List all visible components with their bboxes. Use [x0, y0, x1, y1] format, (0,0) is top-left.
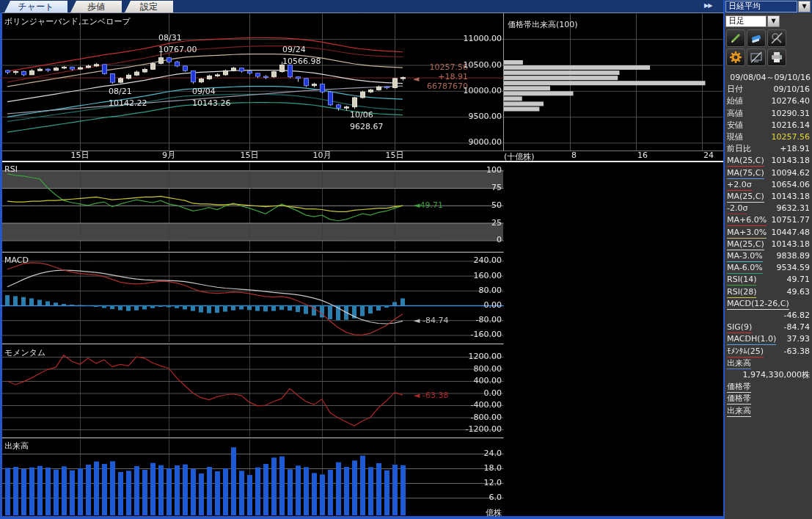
sidebar-row: +2.0σ10654.06	[725, 179, 812, 191]
timeframe-select[interactable]: 日足	[725, 15, 767, 27]
volume-panel-title: 出来高	[4, 440, 29, 451]
sidebar-row-label[interactable]: 出来高	[727, 405, 751, 417]
timeframe-select-arrow-icon[interactable]: ▼	[767, 15, 780, 27]
tab-quotes[interactable]: 歩値	[70, 1, 122, 12]
tab-chart[interactable]: チャート	[4, 1, 67, 12]
momentum-y-tick-label: 0.00	[443, 389, 502, 398]
momentum-y-tick-label: -800.00	[443, 413, 502, 422]
sidebar-row-label[interactable]: MA+6.0%	[727, 214, 767, 226]
sidebar-row-label[interactable]: MA+3.0%	[727, 227, 767, 239]
sidebar-row: 高値10290.31	[725, 108, 812, 120]
sidebar-row: 始値10276.40	[725, 95, 812, 107]
sidebar-row-label[interactable]: MA(25,C)	[727, 155, 764, 167]
sidebar-row-label: 始値	[727, 95, 743, 106]
macd-panel-title: MACD	[4, 255, 29, 265]
price-x-tick-label: 15日	[373, 151, 417, 160]
sidebar-row-label[interactable]: ﾓﾒﾝﾀﾑ(25)	[727, 346, 764, 358]
sidebar-row-value: 49.63	[787, 286, 811, 297]
vbp-x-tick-label: 16	[637, 151, 648, 160]
rsi-y-tick-label: 75	[443, 184, 502, 192]
tab-overflow-icon[interactable]: ▶▶	[704, 2, 712, 9]
sidebar-date-range: 09/08/04～09/10/16	[725, 72, 812, 84]
sidebar-row-label[interactable]: MA(25,C)	[727, 191, 764, 203]
sidebar-row: MA(25,C)10143.18	[725, 155, 812, 167]
rsi-value-marker: ◄49.71	[414, 201, 443, 210]
volume-y-tick-label: 6.0	[443, 493, 502, 502]
sidebar-row-label[interactable]: 価格帯	[727, 393, 751, 404]
chart-application-window: チャート 歩値 設定 ▶▶ ボリンジャーバンド,エンベロープ 価格帯出来高(10…	[0, 0, 812, 519]
sidebar-row: RSI(14)49.71	[725, 274, 812, 286]
zoom-disabled-tool-button[interactable]	[767, 29, 786, 47]
chart-annotation-date: 09/24	[282, 46, 306, 54]
chart-annotation-date: 08/31	[158, 34, 182, 43]
sidebar-row-value: +18.91	[780, 143, 810, 154]
price-y-tick-label: 11000.00	[443, 35, 502, 43]
sidebar-row-label[interactable]: MA-3.0%	[727, 250, 763, 262]
momentum-y-tick-label: 400.00	[443, 377, 502, 385]
vbp-x-tick-label: 24	[703, 151, 714, 160]
sidebar-row-label: 日付	[727, 84, 743, 95]
sidebar-row-label[interactable]: 価格帯	[727, 381, 751, 393]
eraser-tool-button[interactable]	[747, 29, 766, 47]
sidebar-row-value: 9534.59	[777, 262, 811, 273]
price-x-tick-label: 15日	[58, 151, 102, 160]
sidebar-row-label[interactable]: SIG(9)	[727, 322, 752, 333]
sidebar-row: MA(75,C)10094.62	[725, 167, 812, 179]
sidebar-row-label[interactable]: MACDH(1.0)	[727, 333, 776, 345]
momentum-y-tick-label: -400.00	[443, 401, 502, 410]
sidebar-row-value: -46.82	[784, 310, 810, 321]
sidebar-row-value: -63.38	[784, 346, 810, 357]
sidebar-row-value: 10143.18	[772, 191, 811, 202]
sidebar-row: -46.82	[725, 310, 812, 322]
pencil-tool-button[interactable]	[726, 29, 745, 47]
sidebar-row-label[interactable]: MA-6.0%	[727, 262, 763, 274]
price-x-tick-label: 15日	[227, 151, 271, 160]
symbol-select-row: 日経平均 ▼	[725, 0, 812, 13]
tab-settings[interactable]: 設定	[125, 1, 173, 12]
sidebar-row: MA-3.0%9838.89	[725, 250, 812, 262]
chart-annotation-date: 08/21	[109, 87, 132, 96]
sidebar-row: MA+3.0%10447.48	[725, 227, 812, 239]
sidebar-row: 前日比+18.91	[725, 143, 812, 155]
sidebar-row-label: 前日比	[727, 143, 751, 154]
sidebar-row-label: 現値	[727, 131, 743, 142]
sidebar-row-label[interactable]: -2.0σ	[727, 203, 747, 214]
symbol-select[interactable]: 日経平均	[725, 1, 797, 12]
symbol-select-arrow-icon[interactable]: ▼	[798, 1, 811, 12]
callout-change: +18.91	[415, 72, 468, 81]
rsi-y-tick-label: 50	[443, 201, 502, 210]
sidebar-row-value: 10143.18	[772, 155, 811, 166]
rsi-y-tick-label: 0	[443, 236, 502, 244]
settings-tool-button[interactable]	[726, 48, 745, 66]
chart-annotation-value: 9628.67	[350, 123, 384, 131]
screen-disabled-tool-button[interactable]	[747, 48, 766, 66]
sidebar-row: SIG(9)-84.74	[725, 322, 812, 333]
vbp-unit-label: (十億株)	[504, 151, 535, 162]
price-x-tick-label: 10月	[300, 151, 344, 160]
rsi-y-tick-label: 100	[443, 166, 502, 175]
sidebar-row-label[interactable]: +2.0σ	[727, 179, 752, 191]
sidebar-row-label[interactable]: 出来高	[727, 358, 751, 369]
sidebar-row-label[interactable]: RSI(14)	[727, 274, 756, 286]
print-tool-button[interactable]	[767, 48, 786, 66]
price-y-tick-label: 10000.00	[443, 87, 502, 95]
sidebar-row: 出来高	[725, 405, 812, 417]
sidebar-row: 現値10257.56	[725, 131, 812, 143]
macd-y-tick-label: 160.00	[443, 272, 502, 280]
momentum-y-tick-label: 800.00	[443, 365, 502, 374]
chart-annotation-date: 09/04	[192, 87, 216, 96]
rsi-panel-title: RSI	[4, 164, 18, 174]
sidebar-row-value: 09/10/16	[774, 84, 810, 95]
sidebar-row-label[interactable]: MA(75,C)	[727, 167, 764, 179]
sidebar-row-label[interactable]: MACD(12-26,C)	[727, 298, 789, 310]
price-panel-title: ボリンジャーバンド,エンベロープ	[4, 16, 131, 27]
sidebar-row-value: 10276.40	[772, 95, 811, 106]
sidebar-row: MACD(12-26,C)	[725, 298, 812, 310]
sidebar-row: MA(25,C)10143.18	[725, 191, 812, 203]
macd-y-tick-label: -80.00	[443, 316, 502, 324]
sidebar-row-value: 10143.18	[772, 239, 811, 250]
sidebar-row-label[interactable]: RSI(28)	[727, 286, 756, 298]
sidebar-row-value: 10290.31	[772, 108, 811, 119]
sidebar-row-value: 49.71	[787, 274, 811, 285]
sidebar-row-label[interactable]: MA(25,C)	[727, 239, 764, 250]
